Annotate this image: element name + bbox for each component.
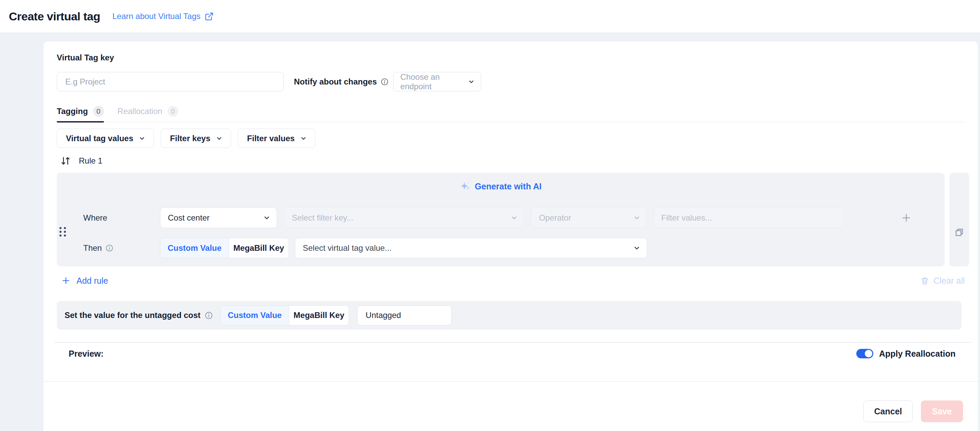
untagged-value-input[interactable] (357, 306, 452, 325)
filter-keys-label: Filter keys (170, 134, 210, 143)
external-link-icon (205, 12, 214, 21)
chevron-down-icon (633, 214, 641, 222)
preview-row: Preview: Apply Reallocation (68, 346, 956, 361)
rule-header: Rule 1 (60, 155, 102, 166)
generate-with-ai-button[interactable]: Generate with AI (57, 181, 945, 192)
rule-title: Rule 1 (79, 156, 102, 166)
main-card: Virtual Tag key Notify about changes Cho… (43, 41, 978, 431)
virtual-tag-key-label: Virtual Tag key (57, 53, 114, 62)
filter-key-select[interactable]: Select filter key... (284, 208, 524, 228)
tab-tagging-label: Tagging (57, 106, 88, 116)
key-row: Notify about changes Choose an endpoint (57, 72, 481, 91)
virtual-tag-value-select[interactable]: Select virtual tag value... (295, 238, 647, 258)
add-rule-label: Add rule (76, 276, 108, 286)
cancel-button[interactable]: Cancel (864, 401, 913, 422)
where-label: Where (83, 208, 107, 228)
generate-with-ai-label: Generate with AI (475, 182, 541, 192)
virtual-tag-values-label: Virtual tag values (66, 134, 133, 143)
tab-tagging-badge: 0 (93, 106, 104, 117)
chevron-down-icon (263, 214, 270, 222)
duplicate-rule-button[interactable] (950, 173, 969, 266)
untagged-cost-section: Set the value for the untagged cost Cust… (57, 301, 962, 330)
then-row: Then Custom Value MegaBill Key Select vi… (57, 238, 945, 258)
then-label: Then (83, 243, 102, 253)
chevron-down-icon (300, 135, 307, 142)
filter-dropdown-row: Virtual tag values Filter keys Filter va… (57, 128, 315, 148)
filter-values-placeholder: Filter values... (661, 213, 712, 223)
sparkle-icon (460, 181, 471, 192)
footer-divider (43, 381, 978, 382)
rule-card: Generate with AI Where Cost center Selec… (57, 173, 945, 266)
virtual-tag-key-input[interactable] (57, 72, 284, 91)
apply-reallocation-control: Apply Reallocation (856, 349, 956, 359)
tab-tagging[interactable]: Tagging 0 (57, 106, 104, 122)
plus-icon (901, 212, 912, 223)
apply-reallocation-label: Apply Reallocation (879, 349, 956, 359)
tab-reallocation[interactable]: Reallocation 0 (118, 106, 178, 122)
chevron-down-icon (633, 244, 641, 252)
chevron-down-icon (468, 78, 475, 85)
operator-select[interactable]: Operator (531, 208, 647, 228)
trash-icon (920, 276, 929, 285)
operator-placeholder: Operator (539, 213, 571, 223)
filter-values-label: Filter values (247, 134, 294, 143)
filter-values-dropdown[interactable]: Filter values (238, 128, 315, 148)
rule-section: Generate with AI Where Cost center Selec… (57, 173, 969, 266)
clear-all-button[interactable]: Clear all (920, 276, 965, 286)
rule-actions-row: Add rule Clear all (57, 275, 965, 286)
filter-type-select[interactable]: Cost center (160, 208, 277, 228)
filter-type-value: Cost center (168, 213, 210, 223)
drag-handle-icon[interactable] (59, 227, 70, 239)
filter-values-input[interactable]: Filter values... (654, 208, 844, 228)
chevron-down-icon (138, 135, 145, 142)
untagged-value-type-toggle: Custom Value MegaBill Key (220, 306, 349, 325)
page-header: Create virtual tag Learn about Virtual T… (0, 0, 980, 33)
where-row: Where Cost center Select filter key... O… (57, 208, 945, 228)
toggle-knob (865, 350, 872, 357)
save-button[interactable]: Save (921, 401, 963, 422)
learn-link[interactable]: Learn about Virtual Tags (113, 11, 214, 21)
info-icon (205, 312, 213, 319)
preview-label: Preview: (68, 349, 103, 359)
custom-value-segment[interactable]: Custom Value (161, 238, 229, 258)
sort-icon[interactable] (60, 155, 71, 166)
add-condition-button[interactable] (899, 208, 913, 228)
virtual-tag-values-dropdown[interactable]: Virtual tag values (57, 128, 154, 148)
info-icon (106, 244, 113, 252)
value-type-toggle: Custom Value MegaBill Key (160, 238, 289, 258)
chevron-down-icon (511, 214, 518, 222)
preview-divider (54, 342, 972, 343)
add-rule-button[interactable]: Add rule (61, 276, 108, 286)
virtual-tag-value-placeholder: Select virtual tag value... (303, 243, 391, 253)
apply-reallocation-toggle[interactable] (856, 349, 873, 358)
filter-keys-dropdown[interactable]: Filter keys (161, 128, 231, 148)
endpoint-placeholder: Choose an endpoint (400, 72, 468, 91)
notify-changes-label: Notify about changes (294, 77, 377, 87)
learn-link-label: Learn about Virtual Tags (113, 11, 200, 21)
tab-reallocation-label: Reallocation (118, 106, 162, 116)
plus-icon (61, 276, 71, 285)
tabs: Tagging 0 Reallocation 0 (57, 106, 965, 122)
copy-icon (954, 227, 964, 237)
untagged-custom-value-segment[interactable]: Custom Value (221, 306, 289, 325)
chevron-down-icon (216, 135, 223, 142)
untagged-cost-label: Set the value for the untagged cost (65, 311, 200, 320)
untagged-megabill-key-segment[interactable]: MegaBill Key (289, 306, 348, 325)
clear-all-label: Clear all (934, 276, 965, 286)
endpoint-select[interactable]: Choose an endpoint (393, 72, 481, 91)
tab-reallocation-badge: 0 (167, 106, 178, 117)
filter-key-placeholder: Select filter key... (292, 213, 353, 223)
info-icon (381, 78, 388, 86)
page-title: Create virtual tag (9, 10, 100, 23)
megabill-key-segment[interactable]: MegaBill Key (229, 238, 288, 258)
